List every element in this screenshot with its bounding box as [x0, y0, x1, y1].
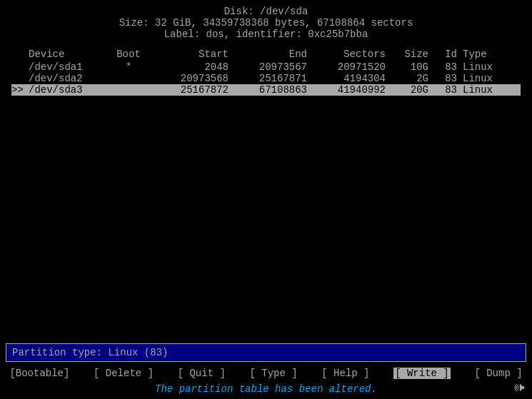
- dump-btn[interactable]: [ Dump ]: [474, 368, 522, 379]
- disk-size-line: Size: 32 GiB, 34359738368 bytes, 6710886…: [0, 17, 532, 29]
- altered-message: The partition table has been altered.: [0, 382, 532, 399]
- row3-boot: [107, 84, 150, 96]
- header-arrow: [11, 49, 29, 60]
- row1-type: Linux: [457, 61, 514, 73]
- row1-sectors: 20971520: [307, 61, 386, 73]
- row1-start: 2048: [150, 61, 229, 73]
- speaker-icon: 🕪: [513, 381, 525, 395]
- row1-end: 20973567: [229, 61, 307, 73]
- help-btn[interactable]: [ Help ]: [321, 368, 369, 379]
- row2-sectors: 4194304: [307, 73, 386, 84]
- row2-start: 20973568: [150, 73, 229, 84]
- menu-bar: [Bootable] [ Delete ] [ Quit ] [ Type ] …: [0, 365, 532, 382]
- row3-type: Linux: [457, 84, 514, 96]
- row3-end: 67108863: [229, 84, 307, 96]
- type-btn[interactable]: [ Type ]: [249, 368, 297, 379]
- row2-size: 2G: [386, 73, 428, 84]
- header-id: Id: [428, 49, 457, 60]
- partition-type-bar: Partition type: Linux (83): [6, 343, 526, 362]
- delete-btn[interactable]: [ Delete ]: [94, 368, 154, 379]
- disk-info: Disk: /dev/sda Size: 32 GiB, 34359738368…: [0, 6, 532, 40]
- partition-type-label: Partition type: Linux (83): [12, 347, 168, 358]
- disk-title: Disk: /dev/sda: [0, 6, 532, 17]
- header-end: End: [229, 49, 307, 60]
- row3-arrow: >>: [11, 84, 29, 96]
- row1-size: 10G: [386, 61, 428, 73]
- table-row[interactable]: /dev/sda2 20973568 25167871 4194304 2G 8…: [11, 73, 521, 84]
- bootable-btn[interactable]: [Bootable]: [9, 368, 69, 379]
- row3-id: 83: [428, 84, 457, 96]
- screen: Disk: /dev/sda Size: 32 GiB, 34359738368…: [0, 0, 532, 399]
- partition-table: Device Boot Start End Sectors Size Id Ty…: [0, 49, 532, 96]
- row2-id: 83: [428, 73, 457, 84]
- table-header: Device Boot Start End Sectors Size Id Ty…: [11, 49, 521, 60]
- row2-end: 25167871: [229, 73, 307, 84]
- row3-size: 20G: [386, 84, 428, 96]
- table-row-selected[interactable]: >> /dev/sda3 25167872 67108863 41940992 …: [11, 84, 521, 96]
- header-device: Device: [29, 49, 107, 60]
- disk-label-line: Label: dos, identifier: 0xc25b7bba: [0, 29, 532, 40]
- bottom-section: Partition type: Linux (83) [Bootable] [ …: [0, 343, 532, 399]
- table-row[interactable]: /dev/sda1 * 2048 20973567 20971520 10G 8…: [11, 61, 521, 73]
- header-type: Type: [457, 49, 514, 60]
- header-start: Start: [150, 49, 229, 60]
- write-btn[interactable]: [ Write ]: [393, 368, 451, 379]
- header-size: Size: [386, 49, 428, 60]
- row2-device: /dev/sda2: [29, 73, 107, 84]
- row1-device: /dev/sda1: [29, 61, 107, 73]
- row3-sectors: 41940992: [307, 84, 386, 96]
- header-boot: Boot: [107, 49, 150, 60]
- row1-id: 83: [428, 61, 457, 73]
- row1-arrow: [11, 61, 29, 73]
- header-sectors: Sectors: [307, 49, 386, 60]
- row2-type: Linux: [457, 73, 514, 84]
- quit-btn[interactable]: [ Quit ]: [178, 368, 226, 379]
- row2-boot: [107, 73, 150, 84]
- row3-start: 25167872: [150, 84, 229, 96]
- row2-arrow: [11, 73, 29, 84]
- row1-boot: *: [107, 61, 150, 73]
- row3-device: /dev/sda3: [29, 84, 107, 96]
